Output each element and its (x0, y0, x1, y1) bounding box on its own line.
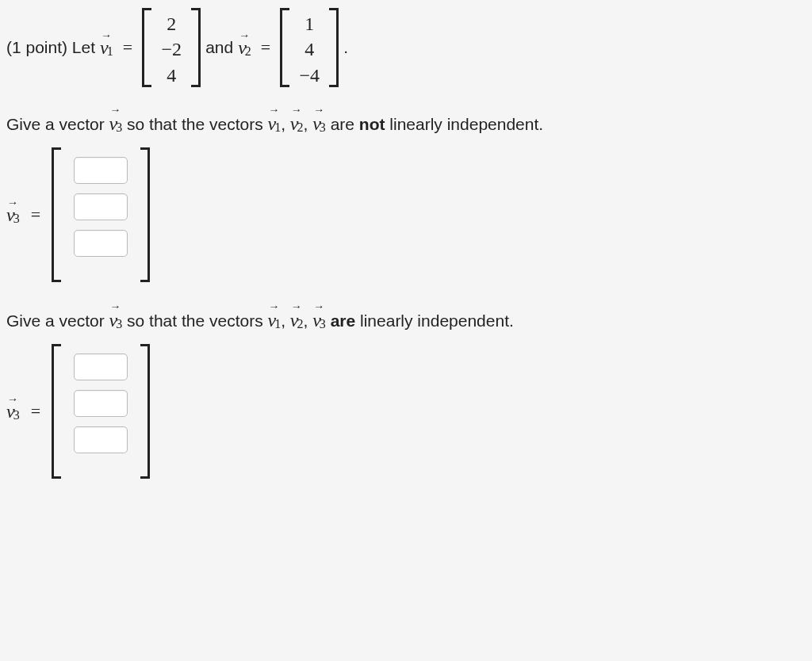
equals-sign: = (31, 401, 40, 422)
arrow-icon: → (313, 298, 324, 315)
equals-sign: = (261, 37, 270, 58)
v2-entry-3: −4 (300, 63, 320, 88)
answer-2-entry-1[interactable] (74, 353, 128, 380)
period: . (343, 38, 348, 57)
points-prefix: (1 point) Let (6, 38, 95, 57)
vector-v1-symbol: → v1 (100, 37, 113, 59)
right-bracket-icon (139, 344, 150, 479)
problem-page: (1 point) Let → v1 = 2 −2 4 and → v2 = 1 (0, 0, 812, 510)
v1-entry-1: 2 (167, 11, 176, 36)
arrow-icon: → (239, 29, 250, 42)
answer-1-row: → v3 = (6, 147, 806, 282)
emphasis-are: are (331, 311, 356, 330)
left-bracket-icon (142, 8, 151, 87)
arrow-icon: → (110, 298, 121, 315)
v2-entry-2: 4 (304, 36, 314, 62)
equals-sign: = (123, 37, 132, 58)
question-2-prompt: Give a vector →v3 so that the vectors →v… (6, 306, 806, 334)
arrow-icon: → (268, 101, 279, 118)
answer-2-row: → v3 = (6, 344, 806, 479)
arrow-icon: → (268, 298, 279, 315)
answer-2-entry-3[interactable] (74, 426, 128, 453)
left-bracket-icon (280, 8, 289, 87)
v1-entry-3: 4 (167, 63, 176, 88)
vector-v3-symbol: → v3 (6, 401, 20, 422)
left-bracket-icon (52, 344, 63, 479)
answer-1-entry-1[interactable] (74, 157, 128, 184)
vector-v3-symbol: →v3 (109, 306, 123, 334)
right-bracket-icon (139, 147, 150, 282)
arrow-icon: → (291, 101, 302, 118)
arrow-icon: → (313, 101, 324, 118)
v1-matrix: 2 −2 4 (142, 8, 201, 87)
given-vectors-line: (1 point) Let → v1 = 2 −2 4 and → v2 = 1 (6, 8, 806, 87)
left-bracket-icon (52, 147, 63, 282)
answer-1-matrix (52, 147, 150, 282)
answer-2-entry-2[interactable] (74, 390, 128, 417)
right-bracket-icon (329, 8, 339, 87)
vector-v3-symbol: → v3 (6, 204, 20, 226)
answer-2-matrix (52, 344, 150, 479)
v2-entry-1: 1 (304, 11, 314, 36)
right-bracket-icon (191, 8, 201, 87)
arrow-icon: → (7, 197, 18, 209)
arrow-icon: → (291, 298, 302, 315)
answer-1-entry-3[interactable] (74, 230, 128, 257)
answer-1-entry-2[interactable] (74, 193, 128, 220)
and-text: and (205, 38, 233, 57)
emphasis-not: not (359, 115, 385, 133)
equals-sign: = (31, 204, 40, 225)
v2-matrix: 1 4 −4 (280, 8, 339, 87)
arrow-icon: → (110, 101, 121, 118)
arrow-icon: → (101, 29, 112, 42)
arrow-icon: → (7, 393, 18, 406)
vector-v2-symbol: → v2 (238, 37, 251, 59)
vector-v3-symbol: →v3 (109, 109, 123, 138)
v1-entry-2: −2 (161, 36, 182, 62)
question-1-prompt: Give a vector →v3 so that the vectors →v… (6, 109, 806, 138)
